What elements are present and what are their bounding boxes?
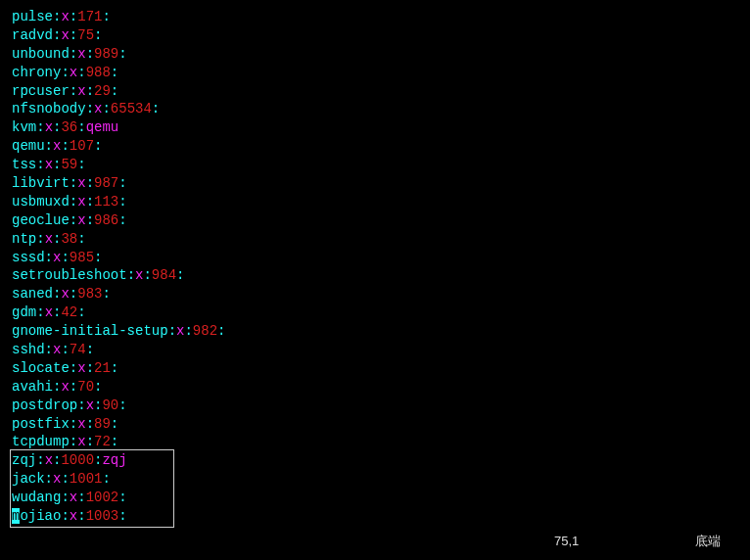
uid: 988 xyxy=(86,65,111,80)
separator: : xyxy=(70,212,77,228)
file-line: setroubleshoot:x:984: xyxy=(12,266,750,285)
user-name: geoclue xyxy=(12,212,70,228)
uid: 1000 xyxy=(61,452,94,468)
x-field: x xyxy=(70,65,77,80)
uid: 72 xyxy=(94,434,111,449)
user-name: tss xyxy=(12,157,36,172)
file-line: unbound:x:989: xyxy=(12,45,750,64)
uid: 989 xyxy=(94,46,118,62)
uid: 70 xyxy=(77,379,94,395)
separator: : xyxy=(70,83,77,99)
x-field: x xyxy=(77,434,85,449)
file-line: ntp:x:38: xyxy=(12,230,750,249)
separator: : xyxy=(111,83,118,99)
user-name: pulse xyxy=(12,9,53,24)
user-name: chrony xyxy=(12,65,61,80)
user-name: libvirt xyxy=(12,175,70,191)
separator: : xyxy=(70,379,77,395)
separator: : xyxy=(70,27,77,43)
file-line: gnome-initial-setup:x:982: xyxy=(12,322,750,341)
file-line: slocate:x:21: xyxy=(12,359,750,378)
x-field: x xyxy=(77,212,85,228)
file-line: zqj:x:1000:zqj xyxy=(12,451,750,470)
uid: 36 xyxy=(61,119,77,135)
separator: : xyxy=(102,471,110,487)
uid: 65534 xyxy=(111,101,152,117)
file-line: postdrop:x:90: xyxy=(12,397,750,415)
file-line: sssd:x:985: xyxy=(12,249,750,267)
uid: 986 xyxy=(94,212,118,228)
user-name: ojiao xyxy=(20,508,61,524)
uid: 987 xyxy=(94,175,118,191)
uid: 59 xyxy=(61,157,77,172)
user-name: qemu xyxy=(12,138,45,154)
user-name: setroubleshoot xyxy=(12,267,127,283)
x-field: x xyxy=(77,83,85,99)
separator: : xyxy=(70,360,77,376)
separator: : xyxy=(118,194,126,210)
file-line: libvirt:x:987: xyxy=(12,174,750,193)
user-name: sssd xyxy=(12,250,45,265)
separator: : xyxy=(36,231,44,247)
separator: : xyxy=(45,138,53,154)
uid: 984 xyxy=(152,267,176,283)
uid: 985 xyxy=(70,250,94,265)
separator: : xyxy=(61,138,69,154)
x-field: x xyxy=(61,286,69,302)
separator: : xyxy=(127,267,135,283)
file-line: sshd:x:74: xyxy=(12,341,750,359)
uid: 89 xyxy=(94,416,111,432)
separator: : xyxy=(94,379,102,395)
separator: : xyxy=(70,46,77,62)
separator: : xyxy=(94,250,102,265)
file-line: wudang:x:1002: xyxy=(12,489,750,507)
separator: : xyxy=(70,175,77,191)
x-field: x xyxy=(77,416,85,432)
separator: : xyxy=(111,434,118,449)
status-bar: 75,1 底端 xyxy=(554,533,750,550)
separator: : xyxy=(118,397,126,413)
user-name: slocate xyxy=(12,360,70,376)
separator: : xyxy=(118,46,126,62)
separator: : xyxy=(118,175,126,191)
user-name: wudang xyxy=(12,490,61,505)
extra-field: zqj xyxy=(102,452,126,468)
separator: : xyxy=(111,65,118,80)
uid: 42 xyxy=(61,304,77,320)
separator: : xyxy=(70,194,77,210)
buffer-position-label: 底端 xyxy=(695,533,721,550)
separator: : xyxy=(77,490,85,505)
uid: 29 xyxy=(94,83,111,99)
user-name: zqj xyxy=(12,452,36,468)
separator: : xyxy=(86,434,94,449)
separator: : xyxy=(77,65,85,80)
user-name: gdm xyxy=(12,304,36,320)
x-field: x xyxy=(45,119,53,135)
separator: : xyxy=(86,194,94,210)
x-field: x xyxy=(77,175,85,191)
user-name: rpcuser xyxy=(12,83,70,99)
user-name: sshd xyxy=(12,342,45,357)
separator: : xyxy=(86,46,94,62)
file-line: gdm:x:42: xyxy=(12,303,750,322)
separator: : xyxy=(102,286,110,302)
uid: 75 xyxy=(77,27,94,43)
x-field: x xyxy=(61,9,69,24)
separator: : xyxy=(61,471,69,487)
x-field: x xyxy=(45,452,53,468)
file-line: pulse:x:171: xyxy=(12,8,750,26)
x-field: x xyxy=(86,397,94,413)
separator: : xyxy=(61,65,69,80)
terminal-content[interactable]: pulse:x:171:radvd:x:75:unbound:x:989:chr… xyxy=(12,8,750,526)
user-name: postdrop xyxy=(12,397,77,413)
separator: : xyxy=(86,101,94,117)
user-name: nfsnobody xyxy=(12,101,86,117)
separator: : xyxy=(61,342,69,357)
x-field: x xyxy=(45,231,53,247)
x-field: x xyxy=(77,194,85,210)
separator: : xyxy=(102,9,110,24)
separator: : xyxy=(77,119,85,135)
separator: : xyxy=(217,323,225,339)
separator: : xyxy=(118,212,126,228)
uid: 982 xyxy=(193,323,217,339)
